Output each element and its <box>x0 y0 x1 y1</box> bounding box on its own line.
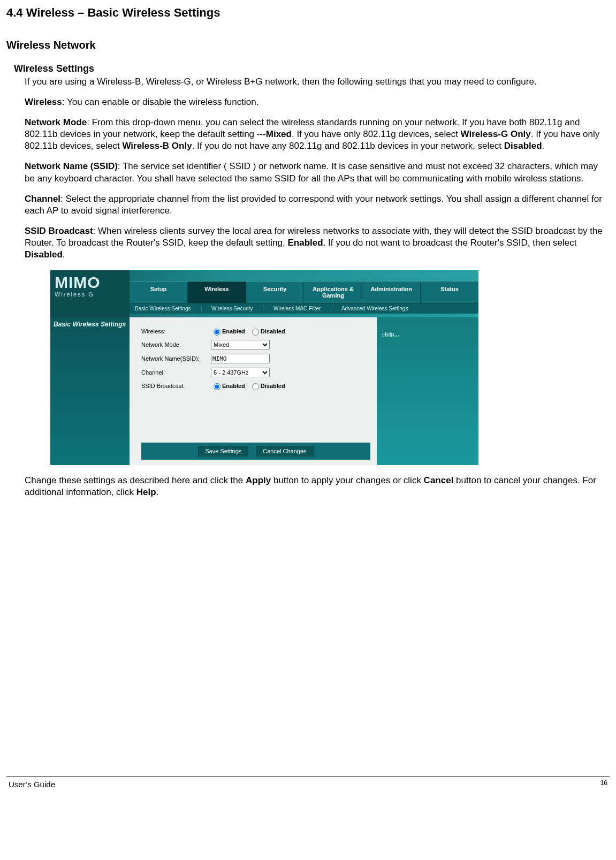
logo-subtext: Wireless G <box>50 291 130 298</box>
outro-paragraph: Change these settings as described here … <box>25 475 610 498</box>
label-ssid: Network Name(SSID): <box>141 355 211 362</box>
label-channel: Channel: <box>141 369 211 376</box>
footer-title: User’s Guide <box>9 779 55 790</box>
def-wireless: : You can enable or disable the wireless… <box>62 97 259 107</box>
radio-bcast-enabled[interactable] <box>214 383 220 390</box>
tab-apps-gaming[interactable]: Applications & Gaming <box>304 281 362 303</box>
heading-wireless-settings: Wireless Settings <box>14 63 610 75</box>
paragraph-ssid-broadcast: SSID Broadcast: When wireless clients su… <box>25 225 610 261</box>
paragraph-ssid: Network Name (SSID): The service set ide… <box>25 161 610 184</box>
intro-paragraph: If you are using a Wireless-B, Wireless-… <box>25 76 610 88</box>
subtab-advanced-wireless[interactable]: Advanced Wireless Settings <box>341 305 408 312</box>
logo-box: MIMO Wireless G <box>50 270 130 317</box>
sub-tabs: Basic Wireless Settings| Wireless Securi… <box>130 303 478 314</box>
term-ssid-broadcast: SSID Broadcast <box>25 226 93 236</box>
help-link[interactable]: Help... <box>382 331 399 337</box>
radio-wireless-enabled[interactable] <box>214 329 220 336</box>
term-channel: Channel <box>25 194 60 204</box>
select-network-mode[interactable]: Mixed <box>211 340 270 349</box>
settings-form: Wireless: Enabled Disabled Network Mode:… <box>130 317 377 465</box>
radio-wireless-disabled[interactable] <box>252 329 259 336</box>
page-number: 16 <box>600 779 607 790</box>
main-tabs: Setup Wireless Security Applications & G… <box>130 281 478 303</box>
save-settings-button[interactable]: Save Settings <box>198 446 248 456</box>
radio-bcast-disabled[interactable] <box>252 383 259 390</box>
term-ssid: Network Name (SSID) <box>25 161 118 171</box>
tab-setup[interactable]: Setup <box>130 281 188 303</box>
tab-wireless[interactable]: Wireless <box>188 281 246 303</box>
paragraph-channel: Channel: Select the appropriate channel … <box>25 193 610 217</box>
select-channel[interactable]: 6 - 2.437GHz <box>211 368 270 377</box>
router-admin-screenshot: MIMO Wireless G Setup Wireless Security … <box>50 270 478 465</box>
cancel-changes-button[interactable]: Cancel Changes <box>256 446 313 456</box>
term-wireless: Wireless <box>25 97 62 107</box>
tab-security[interactable]: Security <box>246 281 305 303</box>
def-channel: : Select the appropriate channel from th… <box>25 194 602 216</box>
panel-title: Basic Wireless Settings <box>50 317 130 332</box>
section-title: 4.4 Wireless – Basic Wireless Settings <box>6 5 610 21</box>
tab-status[interactable]: Status <box>421 281 478 303</box>
button-row: Save Settings Cancel Changes <box>141 443 370 460</box>
page-footer: User’s Guide 16 <box>6 777 610 793</box>
heading-wireless-network: Wireless Network <box>6 38 610 52</box>
term-network-mode: Network Mode <box>25 117 87 127</box>
paragraph-wireless: Wireless: You can enable or disable the … <box>25 96 610 108</box>
subtab-wireless-security[interactable]: Wireless Security <box>211 305 253 312</box>
help-panel: Help... <box>377 317 478 465</box>
logo-text: MIMO <box>50 270 130 291</box>
input-ssid[interactable] <box>211 354 270 363</box>
tab-administration[interactable]: Administration <box>362 281 421 303</box>
label-wireless: Wireless: <box>141 328 211 335</box>
subtab-wireless-mac-filter[interactable]: Wireless MAC Filter <box>273 305 321 312</box>
label-ssid-broadcast: SSID Broadcast: <box>141 382 211 390</box>
subtab-basic-wireless[interactable]: Basic Wireless Settings <box>135 305 191 312</box>
label-network-mode: Network Mode: <box>141 341 211 348</box>
paragraph-network-mode: Network Mode: From this drop-down menu, … <box>25 117 610 152</box>
